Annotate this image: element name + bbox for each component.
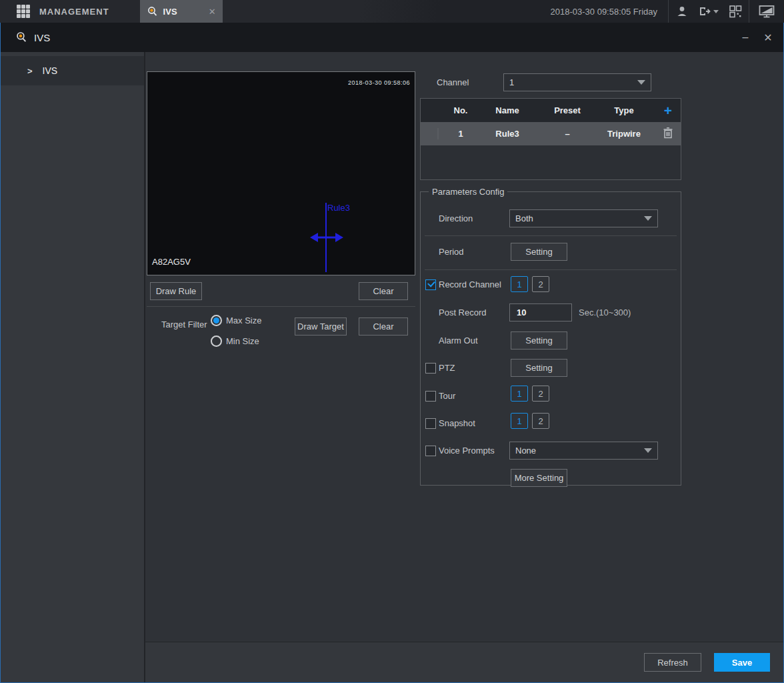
- management-label[interactable]: MANAGEMENT: [39, 7, 109, 17]
- col-no: No.: [447, 105, 474, 115]
- col-name: Name: [474, 105, 541, 115]
- divider: [147, 306, 415, 307]
- parameters-config-legend: Parameters Config: [429, 187, 507, 197]
- tab-ivs[interactable]: IVS ✕: [140, 0, 223, 23]
- rule-no: 1: [447, 129, 474, 139]
- tripwire-rule-overlay: Rule3: [147, 72, 415, 275]
- min-size-radio[interactable]: Min Size: [211, 335, 259, 347]
- radio-selected-icon[interactable]: [211, 315, 222, 326]
- snapshot-pills: 1 2: [511, 413, 549, 429]
- channel-dropdown[interactable]: 1: [503, 73, 651, 91]
- system-datetime: 2018-03-30 09:58:05 Friday: [551, 7, 657, 17]
- tour-1-button[interactable]: 1: [511, 386, 528, 402]
- ivs-magnifier-icon: [147, 6, 158, 17]
- post-record-input[interactable]: [509, 303, 572, 321]
- delete-rule-icon[interactable]: [654, 127, 682, 141]
- expand-arrow-icon[interactable]: >: [27, 66, 33, 76]
- post-record-unit: Sec.(10~300): [579, 303, 631, 321]
- parameters-config-group: Parameters Config Direction Both Period …: [420, 187, 681, 486]
- divider: [425, 269, 677, 270]
- refresh-button[interactable]: Refresh: [644, 653, 701, 672]
- table-row[interactable]: 1 Rule3 – Tripwire: [421, 122, 681, 145]
- draw-rule-button[interactable]: Draw Rule: [150, 282, 202, 300]
- main-content: Rule3 2018-03-30 09:58:06 A82AG5V Draw R…: [145, 52, 783, 682]
- window-title: IVS: [34, 32, 50, 43]
- snapshot-checkbox[interactable]: [425, 418, 436, 429]
- minimize-icon[interactable]: –: [739, 31, 751, 43]
- tour-label: Tour: [439, 387, 455, 405]
- sidebar-item-label: IVS: [43, 65, 58, 76]
- rules-table: No. Name Preset Type + 1 Rule3 – Tripwir…: [420, 98, 681, 180]
- add-rule-icon[interactable]: +: [654, 104, 682, 117]
- target-filter-label: Target Filter: [161, 315, 207, 333]
- channel-value: 1: [509, 77, 514, 87]
- footer-action-bar: Refresh Save: [145, 642, 783, 682]
- topbar-right: 2018-03-30 09:58:05 Friday: [551, 0, 784, 23]
- direction-label: Direction: [439, 209, 473, 227]
- clear-target-button[interactable]: Clear: [359, 317, 408, 335]
- tab-ivs-label: IVS: [163, 7, 177, 17]
- tab-close-icon[interactable]: ✕: [209, 7, 216, 17]
- period-setting-button[interactable]: Setting: [511, 243, 567, 261]
- video-preview[interactable]: Rule3 2018-03-30 09:58:06 A82AG5V: [147, 71, 415, 275]
- voice-prompts-checkbox[interactable]: [425, 446, 436, 456]
- tour-pills: 1 2: [511, 386, 549, 402]
- direction-dropdown[interactable]: Both: [509, 209, 658, 227]
- alarm-out-label: Alarm Out: [439, 331, 478, 350]
- tour-checkbox[interactable]: [425, 391, 436, 402]
- draw-target-button[interactable]: Draw Target: [295, 317, 347, 335]
- col-type: Type: [594, 105, 654, 115]
- snapshot-1-button[interactable]: 1: [511, 413, 528, 429]
- record-channel-pills: 1 2: [511, 276, 549, 292]
- sidebar-item-ivs[interactable]: > IVS: [1, 56, 144, 85]
- ptz-setting-button[interactable]: Setting: [511, 359, 567, 377]
- table-header-row: No. Name Preset Type +: [421, 99, 681, 122]
- close-icon[interactable]: ✕: [762, 31, 774, 44]
- ivs-window-icon: [15, 31, 27, 43]
- record-channel-label: Record Channel: [439, 275, 501, 293]
- snapshot-label: Snapshot: [439, 414, 475, 432]
- channel-label: Channel: [437, 73, 469, 91]
- chevron-down-icon: [644, 216, 652, 221]
- col-preset: Preset: [541, 105, 594, 115]
- ptz-label: PTZ: [439, 359, 455, 377]
- record-channel-2-button[interactable]: 2: [532, 276, 549, 292]
- more-setting-button[interactable]: More Setting: [511, 469, 567, 487]
- camera-name-label: A82AG5V: [152, 257, 191, 267]
- rule-name-label: Rule3: [327, 203, 350, 213]
- clear-rule-button[interactable]: Clear: [359, 282, 408, 300]
- rule-type: Tripwire: [594, 129, 654, 139]
- rule-name: Rule3: [474, 129, 541, 139]
- management-grid-icon[interactable]: [17, 5, 30, 18]
- logout-caret-icon: [713, 10, 719, 13]
- voice-prompts-label: Voice Prompts: [439, 442, 495, 460]
- ivs-app-window: MANAGEMENT IVS ✕ 2018-03-30 09:58:05 Fri…: [0, 0, 784, 683]
- display-output-icon[interactable]: [749, 0, 784, 23]
- alarm-out-setting-button[interactable]: Setting: [511, 331, 567, 350]
- window-title-bar: IVS – ✕: [0, 23, 784, 52]
- user-account-icon[interactable]: [669, 0, 695, 23]
- max-size-radio[interactable]: Max Size: [211, 315, 261, 326]
- snapshot-2-button[interactable]: 2: [532, 413, 549, 429]
- period-label: Period: [439, 243, 464, 261]
- tour-2-button[interactable]: 2: [532, 386, 549, 402]
- radio-unselected-icon[interactable]: [211, 335, 222, 347]
- rule-preset: –: [541, 129, 594, 139]
- record-channel-1-button[interactable]: 1: [511, 276, 528, 292]
- chevron-down-icon: [637, 80, 645, 85]
- max-size-label: Max Size: [226, 315, 261, 325]
- direction-value: Both: [515, 213, 533, 223]
- qr-code-icon[interactable]: [722, 0, 749, 23]
- top-tab-bar: MANAGEMENT IVS ✕ 2018-03-30 09:58:05 Fri…: [0, 0, 784, 23]
- row-checkbox[interactable]: [437, 128, 439, 139]
- voice-prompts-value: None: [515, 446, 536, 456]
- logout-icon[interactable]: [695, 0, 722, 23]
- ptz-checkbox[interactable]: [425, 363, 436, 374]
- video-timestamp: 2018-03-30 09:58:06: [348, 79, 410, 86]
- min-size-label: Min Size: [226, 336, 259, 346]
- voice-prompts-dropdown[interactable]: None: [509, 442, 658, 460]
- divider: [425, 235, 677, 236]
- sidebar: > IVS: [1, 52, 145, 682]
- record-channel-checkbox[interactable]: [425, 279, 436, 290]
- save-button[interactable]: Save: [714, 653, 770, 672]
